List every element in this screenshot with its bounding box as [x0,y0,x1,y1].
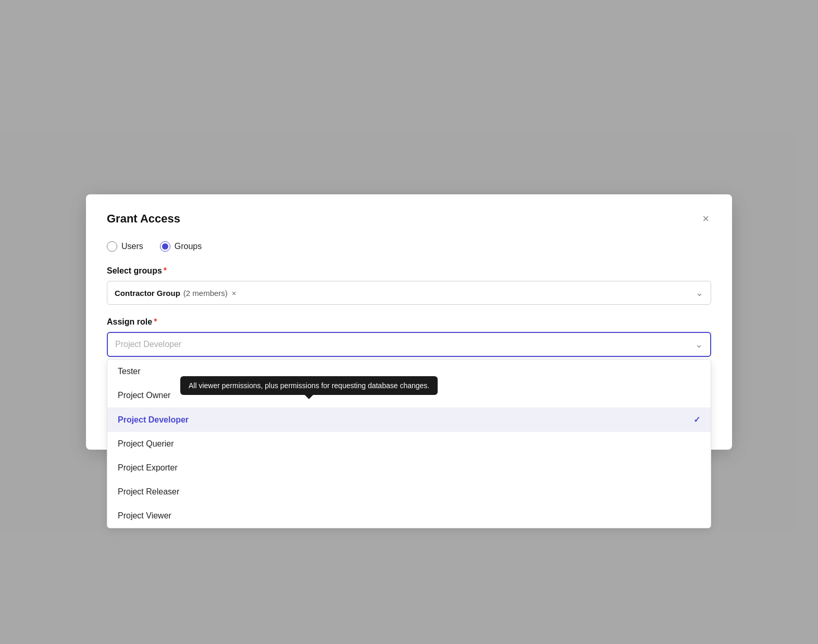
dropdown-item-project-owner-label: Project Owner [118,391,170,400]
dropdown-item-project-releaser-label: Project Releaser [118,487,179,497]
dialog-title: Grant Access [107,212,180,226]
required-star-role: * [154,317,157,326]
radio-users-label: Users [121,242,143,251]
radio-groups[interactable]: Groups [160,241,202,252]
tag-remove-button[interactable]: × [231,289,238,298]
dropdown-item-tester[interactable]: Tester [107,360,711,383]
dropdown-item-project-developer[interactable]: Project Developer ✓ [107,407,711,432]
assign-role-label: Assign role* [107,317,711,327]
dropdown-item-project-developer-label: Project Developer [118,415,189,425]
dropdown-item-project-owner[interactable]: Project Owner All viewer permissions, pl… [107,383,711,407]
dropdown-item-project-exporter-label: Project Exporter [118,463,178,473]
tag-name: Contractor Group [115,289,180,298]
tag-list: Contractor Group (2 members) × [115,289,238,298]
tag-meta: (2 members) [183,289,228,298]
select-groups-field[interactable]: Contractor Group (2 members) × ⌄ [107,281,711,305]
role-chevron-icon: ⌄ [695,339,703,350]
dialog-header: Grant Access × [107,211,711,227]
radio-group: Users Groups [107,241,711,252]
role-dropdown-menu: Tester Project Owner All viewer permissi… [107,359,711,528]
close-button[interactable]: × [700,211,711,227]
radio-groups-label: Groups [175,242,202,251]
grant-access-dialog: Grant Access × Users Groups Select group… [86,194,732,450]
dropdown-item-project-viewer-label: Project Viewer [118,511,171,521]
role-dropdown-wrapper: Project Developer ⌄ Tester Project Owner… [107,332,711,357]
tag-contractor-group: Contractor Group (2 members) × [115,289,238,298]
select-groups-label: Select groups* [107,266,711,276]
dropdown-item-project-querier[interactable]: Project Querier [107,432,711,456]
radio-users[interactable]: Users [107,241,143,252]
radio-users-input[interactable] [107,241,117,252]
role-select-box[interactable]: Project Developer ⌄ [107,332,711,357]
role-placeholder: Project Developer [115,340,181,349]
dropdown-item-project-exporter[interactable]: Project Exporter [107,456,711,480]
chevron-down-icon: ⌄ [696,287,703,299]
dropdown-item-project-querier-label: Project Querier [118,439,174,449]
dropdown-item-project-releaser[interactable]: Project Releaser [107,480,711,504]
dropdown-item-project-viewer[interactable]: Project Viewer [107,504,711,528]
radio-groups-input[interactable] [160,241,170,252]
dropdown-item-tester-label: Tester [118,367,141,376]
checkmark-icon: ✓ [693,415,700,425]
required-star-groups: * [164,266,167,275]
